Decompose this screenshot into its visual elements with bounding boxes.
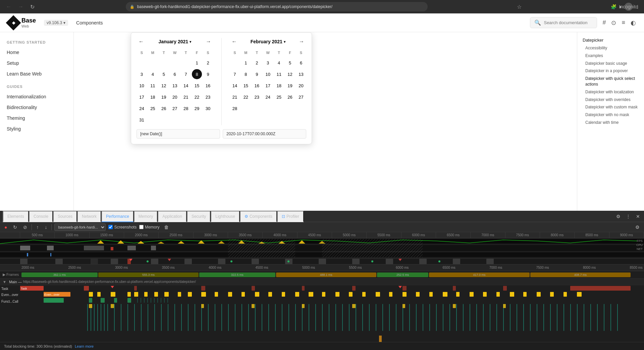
- jan-day-5[interactable]: 5: [159, 69, 169, 79]
- right-link-datepicker[interactable]: Datepicker: [583, 38, 639, 43]
- feb-day-28[interactable]: 28: [230, 103, 240, 113]
- feb-day-16[interactable]: 16: [252, 81, 262, 91]
- sidebar-item-styling[interactable]: Styling: [0, 123, 73, 134]
- jan-day-26[interactable]: 26: [159, 103, 169, 113]
- devtools-close-icon[interactable]: ✕: [635, 212, 641, 220]
- right-link-no-mask[interactable]: Datepicker with no mask: [585, 112, 639, 118]
- tab-elements[interactable]: Elements: [3, 211, 29, 222]
- feb-day-22[interactable]: 22: [241, 92, 251, 102]
- feb-day-1[interactable]: 1: [241, 58, 251, 68]
- profile-menu[interactable]: Incognito: [625, 3, 633, 11]
- tab-network[interactable]: Network: [77, 211, 101, 222]
- feb-day-26[interactable]: 26: [285, 92, 295, 102]
- menu-icon[interactable]: ⋮: [635, 4, 640, 9]
- right-link-localization[interactable]: Datepicker with localization: [585, 89, 639, 95]
- jan-day-27[interactable]: 27: [170, 103, 180, 113]
- learn-more-link[interactable]: Learn more: [75, 344, 94, 348]
- sidebar-item-i18n[interactable]: Internationalization: [0, 91, 73, 102]
- feb-next-btn[interactable]: →: [297, 38, 306, 45]
- search-input[interactable]: [544, 20, 593, 25]
- jan-day-28[interactable]: 28: [181, 103, 191, 113]
- feb-day-18[interactable]: 18: [274, 81, 284, 91]
- tab-performance[interactable]: Performance: [101, 211, 134, 222]
- search-box[interactable]: 🔍: [530, 17, 597, 28]
- right-link-overrides[interactable]: Datepicker with overrides: [585, 97, 639, 103]
- slack-icon[interactable]: #: [602, 19, 606, 26]
- forward-button[interactable]: →: [16, 2, 25, 11]
- tab-memory[interactable]: Memory: [134, 211, 158, 222]
- url-selector[interactable]: baseweb-git-fork-hardi...: [54, 223, 106, 231]
- tab-application[interactable]: Application: [158, 211, 187, 222]
- calendar-end-input[interactable]: [223, 129, 306, 139]
- feb-day-20[interactable]: 20: [296, 81, 306, 91]
- sidebar-item-setup[interactable]: Setup: [0, 58, 73, 68]
- jan-day-14[interactable]: 14: [181, 81, 191, 91]
- logo[interactable]: ◆ Base Web: [8, 17, 36, 28]
- jan-day-10[interactable]: 10: [137, 81, 147, 91]
- tab-console[interactable]: Console: [29, 211, 53, 222]
- jan-day-7[interactable]: 7: [181, 69, 191, 79]
- jan-day-31[interactable]: 31: [137, 115, 147, 125]
- feb-day-17[interactable]: 17: [263, 81, 273, 91]
- version-badge[interactable]: v9.106.3 ▾: [44, 20, 68, 26]
- task-tracks[interactable]: Task Task Even.: [0, 285, 644, 342]
- tab-lighthouse[interactable]: Lighthouse: [211, 211, 240, 222]
- feb-day-11[interactable]: 11: [274, 69, 284, 79]
- collapse-icon[interactable]: ▼: [0, 280, 9, 284]
- sidebar-item-home[interactable]: Home: [0, 47, 73, 58]
- jan-day-20[interactable]: 20: [170, 92, 180, 102]
- feb-day-9[interactable]: 9: [252, 69, 262, 79]
- components-link[interactable]: Components: [76, 20, 103, 26]
- jan-day-22[interactable]: 22: [192, 92, 202, 102]
- feb-day-25[interactable]: 25: [274, 92, 284, 102]
- jan-day-24[interactable]: 24: [137, 103, 147, 113]
- tab-security[interactable]: Security: [187, 211, 211, 222]
- jan-day-8-selected[interactable]: 8: [192, 69, 202, 79]
- jan-day-3[interactable]: 3: [137, 69, 147, 79]
- sidebar-item-bidi[interactable]: Bidirectionality: [0, 102, 73, 113]
- jan-day-13[interactable]: 13: [170, 81, 180, 91]
- screenshots-checkbox[interactable]: [108, 225, 113, 229]
- feb-day-7[interactable]: 7: [230, 69, 240, 79]
- github-nav-icon[interactable]: ⊙: [611, 19, 616, 27]
- feb-day-5[interactable]: 5: [285, 58, 295, 68]
- memory-checkbox-label[interactable]: Memory: [139, 225, 159, 230]
- feb-day-6[interactable]: 6: [296, 58, 306, 68]
- right-link-custom-mask[interactable]: Datepicker with custom mask: [585, 104, 639, 110]
- reload-record-button[interactable]: ↻: [11, 223, 19, 231]
- devtools-settings-icon[interactable]: ⚙: [615, 212, 622, 220]
- feb-day-10[interactable]: 10: [263, 69, 273, 79]
- feb-day-4[interactable]: 4: [274, 58, 284, 68]
- right-link-quick-select[interactable]: Datepicker with quick select actions: [585, 76, 639, 87]
- tab-sources[interactable]: Sources: [53, 211, 77, 222]
- jan-day-29[interactable]: 29: [192, 103, 202, 113]
- tab-profiler[interactable]: ⊡ Profiler: [277, 211, 304, 222]
- feb-day-23[interactable]: 23: [252, 92, 262, 102]
- jan-day-21[interactable]: 21: [181, 92, 191, 102]
- jan-day-30[interactable]: 30: [203, 103, 213, 113]
- jan-day-9[interactable]: 9: [203, 69, 213, 79]
- devtools-more-icon[interactable]: ⋮: [625, 212, 632, 220]
- memory-checkbox[interactable]: [139, 225, 144, 229]
- calendar-start-input[interactable]: [137, 129, 220, 139]
- theme-icon[interactable]: ◐: [631, 19, 636, 27]
- feb-day-15[interactable]: 15: [241, 81, 251, 91]
- right-link-popover[interactable]: Datepicker in a popover: [585, 68, 639, 74]
- feb-day-27[interactable]: 27: [296, 92, 306, 102]
- jan-day-4[interactable]: 4: [148, 69, 158, 79]
- jan-day-18[interactable]: 18: [148, 92, 158, 102]
- reload-button[interactable]: ↻: [28, 2, 37, 11]
- garbage-collect-btn[interactable]: 🗑: [162, 223, 170, 231]
- feb-day-14[interactable]: 14: [230, 81, 240, 91]
- clear-button[interactable]: ⊘: [21, 223, 29, 231]
- jan-day-12[interactable]: 12: [159, 81, 169, 91]
- jan-day-6[interactable]: 6: [170, 69, 180, 79]
- feb-day-2[interactable]: 2: [252, 58, 262, 68]
- settings-btn[interactable]: ⚙: [634, 223, 641, 231]
- upload-button[interactable]: ↑: [35, 223, 40, 231]
- jan-day-2[interactable]: 2: [203, 58, 213, 68]
- right-link-accessibility[interactable]: Accessibility: [585, 45, 639, 51]
- feb-day-19[interactable]: 19: [285, 81, 295, 91]
- feb-day-8[interactable]: 8: [241, 69, 251, 79]
- extensions-icon[interactable]: 🧩: [611, 4, 616, 9]
